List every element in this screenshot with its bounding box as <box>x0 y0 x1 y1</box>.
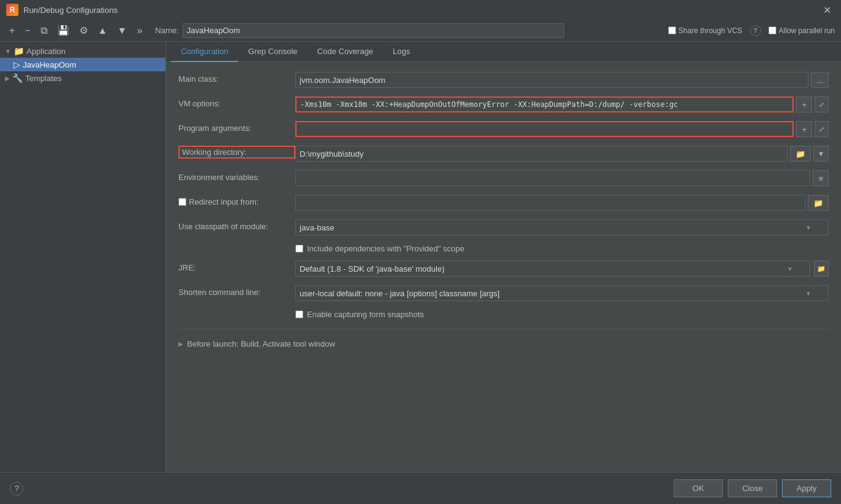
vm-options-row: VM options: + ⤢ <box>178 96 829 114</box>
enable-snapshots-text: Enable capturing form snapshots <box>307 310 424 319</box>
expand-arrow-icon: ▼ <box>5 48 11 55</box>
shorten-cmd-wrap: user-local default: none - java [options… <box>295 285 829 301</box>
templates-arrow-icon: ▶ <box>5 75 10 82</box>
tab-logs[interactable]: Logs <box>383 42 420 62</box>
main-class-browse-button[interactable]: ... <box>811 72 829 88</box>
classpath-wrap: java-base ▼ <box>295 219 829 235</box>
enable-snapshots-label[interactable]: Enable capturing form snapshots <box>295 310 424 319</box>
vm-options-expand-button[interactable]: ⤢ <box>815 96 829 112</box>
sidebar: ▼ 📁 Application ▷ JavaHeapOom ▶ 🔧 Templa… <box>0 42 166 472</box>
sidebar-item-templates-label: Templates <box>25 74 62 83</box>
before-launch-header[interactable]: ▶ Before launch: Build, Activate tool wi… <box>178 337 829 351</box>
remove-button[interactable]: − <box>22 24 33 37</box>
copy-button[interactable]: ⧉ <box>38 24 50 37</box>
vm-options-wrap: + ⤢ <box>295 96 829 112</box>
apply-button[interactable]: Apply <box>782 479 831 497</box>
right-panel: Configuration Grep Console Code Coverage… <box>166 42 841 472</box>
program-args-wrap: + ⤢ <box>295 121 829 137</box>
shorten-cmd-select[interactable]: user-local default: none - java [options… <box>295 285 829 301</box>
redirect-input-checkbox[interactable] <box>178 198 186 206</box>
working-dir-input[interactable] <box>295 146 787 162</box>
classpath-row: Use classpath of module: java-base ▼ <box>178 219 829 237</box>
include-deps-label[interactable]: Include dependencies with "Provided" sco… <box>295 244 464 253</box>
main-content: ▼ 📁 Application ▷ JavaHeapOom ▶ 🔧 Templa… <box>0 42 841 472</box>
shorten-cmd-label: Shorten command line: <box>178 285 295 297</box>
jre-select[interactable]: Default (1.8 - SDK of 'java-base' module… <box>295 261 810 277</box>
classpath-select[interactable]: java-base <box>295 219 829 235</box>
working-dir-expand-button[interactable]: ▼ <box>813 146 829 162</box>
more-button[interactable]: » <box>134 24 145 37</box>
program-args-row: Program arguments: + ⤢ <box>178 121 829 138</box>
classpath-select-wrap: java-base ▼ <box>295 219 829 235</box>
vm-options-add-button[interactable]: + <box>796 96 812 112</box>
env-vars-input[interactable] <box>295 170 810 186</box>
working-dir-label: Working directory: <box>178 146 295 159</box>
add-button[interactable]: + <box>6 24 18 37</box>
sidebar-item-application[interactable]: ▼ 📁 Application <box>0 44 165 58</box>
include-deps-checkbox[interactable] <box>295 245 303 253</box>
arrow-down-button[interactable]: ▼ <box>114 24 130 37</box>
sidebar-item-templates[interactable]: ▶ 🔧 Templates <box>0 71 165 85</box>
name-label: Name: <box>155 26 178 35</box>
classpath-label: Use classpath of module: <box>178 219 295 231</box>
redirect-input-text: Redirect input from: <box>189 197 258 207</box>
share-vcs-checkbox[interactable] <box>668 26 676 34</box>
help-button[interactable]: ? <box>10 482 23 495</box>
jre-browse-button[interactable]: 📁 <box>814 261 829 277</box>
bottom-bar: ? OK Close Apply <box>0 472 841 504</box>
main-class-input[interactable] <box>295 72 808 88</box>
program-args-expand-button[interactable]: ⤢ <box>815 121 829 137</box>
jre-label: JRE: <box>178 261 295 272</box>
redirect-input-wrap: 📁 <box>295 195 829 211</box>
form-area: Main class: ... VM options: + ⤢ Program … <box>166 62 841 472</box>
program-args-add-button[interactable]: + <box>796 121 812 137</box>
sidebar-item-javaheapoom[interactable]: ▷ JavaHeapOom <box>0 58 165 71</box>
allow-parallel-label[interactable]: Allow parallel run <box>768 26 835 35</box>
program-args-input[interactable] <box>295 121 794 137</box>
include-deps-text: Include dependencies with "Provided" sco… <box>307 244 464 253</box>
tab-code-coverage[interactable]: Code Coverage <box>308 42 383 62</box>
app-icon: R <box>6 4 18 16</box>
working-dir-wrap: 📁 ▼ <box>295 146 829 162</box>
ok-button[interactable]: OK <box>674 479 723 497</box>
shorten-cmd-select-wrap: user-local default: none - java [options… <box>295 285 829 301</box>
close-dialog-button[interactable]: Close <box>728 479 777 497</box>
enable-snapshots-row: Enable capturing form snapshots <box>178 310 829 319</box>
tab-configuration[interactable]: Configuration <box>171 42 238 62</box>
window-title: Run/Debug Configurations <box>23 6 118 15</box>
application-icon: 📁 <box>14 46 24 56</box>
title-bar: R Run/Debug Configurations ✕ <box>0 0 841 20</box>
tab-grep-console[interactable]: Grep Console <box>238 42 307 62</box>
toolbar-right: Share through VCS ? Allow parallel run <box>668 25 835 36</box>
shorten-cmd-row: Shorten command line: user-local default… <box>178 285 829 302</box>
main-class-row: Main class: ... <box>178 72 829 89</box>
enable-snapshots-checkbox[interactable] <box>295 310 303 318</box>
redirect-input-browse-button[interactable]: 📁 <box>808 195 829 211</box>
main-class-label: Main class: <box>178 72 295 84</box>
env-vars-browse-button[interactable]: ≡ <box>813 170 829 186</box>
arrow-up-button[interactable]: ▲ <box>95 24 111 37</box>
main-class-wrap: ... <box>295 72 829 88</box>
name-input[interactable] <box>183 23 564 38</box>
run-config-icon: ▷ <box>14 60 20 69</box>
before-launch-arrow-icon: ▶ <box>178 341 183 347</box>
env-vars-wrap: ≡ <box>295 170 829 186</box>
jre-select-wrap: Default (1.8 - SDK of 'java-base' module… <box>295 261 810 277</box>
jre-row: JRE: Default (1.8 - SDK of 'java-base' m… <box>178 261 829 278</box>
redirect-input-row: Redirect input from: 📁 <box>178 195 829 212</box>
title-bar-left: R Run/Debug Configurations <box>6 4 118 16</box>
save-button[interactable]: 💾 <box>54 23 73 37</box>
env-vars-label: Environment variables: <box>178 170 295 182</box>
sidebar-item-javaheapoom-label: JavaHeapOom <box>23 60 76 69</box>
redirect-input-field[interactable] <box>295 195 805 211</box>
vm-options-input[interactable] <box>295 96 794 112</box>
working-dir-browse-button[interactable]: 📁 <box>790 146 811 162</box>
settings-button[interactable]: ⚙ <box>76 23 91 37</box>
close-icon[interactable]: ✕ <box>819 3 835 17</box>
allow-parallel-checkbox[interactable] <box>768 26 776 34</box>
share-vcs-help-icon[interactable]: ? <box>750 25 761 36</box>
redirect-input-label: Redirect input from: <box>178 195 295 207</box>
templates-icon: 🔧 <box>12 73 23 83</box>
share-vcs-label[interactable]: Share through VCS <box>668 26 743 35</box>
program-args-label: Program arguments: <box>178 121 295 133</box>
